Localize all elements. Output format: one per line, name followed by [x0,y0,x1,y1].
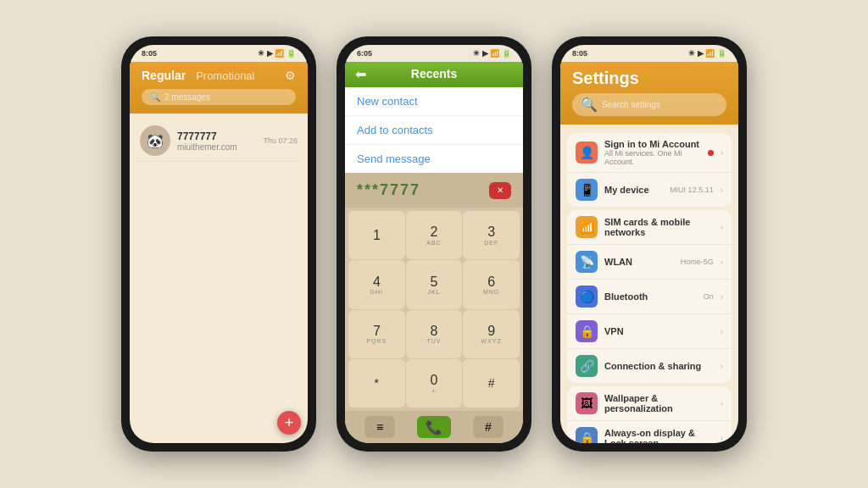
search-icon-settings: 🔍 [581,97,598,113]
time-1: 8:05 [142,49,157,58]
contacts-button[interactable]: ≡ [364,416,395,438]
compose-fab[interactable]: + [277,411,301,435]
avatar: 🐼 [140,125,170,156]
message-name: 7777777 [177,130,256,142]
chevron-icon: › [721,148,723,158]
chevron-icon: › [721,399,723,408]
always-on-text: Always-on display & Lock screen [604,428,714,443]
chevron-icon: › [721,362,723,371]
always-on-icon: 🔒 [576,427,598,443]
status-bar-3: 8:05 ✳ ▶ 📶 🔋 [560,45,738,62]
settings-item-bluetooth[interactable]: 🔵 Bluetooth On › [567,280,732,314]
connection-sharing-text: Connection & sharing [604,361,714,371]
settings-item-mi-account[interactable]: 👤 Sign in to Mi Account All Mi services.… [567,133,732,173]
action-send-message[interactable]: Send message [345,145,523,173]
wallpaper-icon: 🖼 [576,392,598,414]
settings-item-wlan[interactable]: 📡 WLAN Home-5G › [567,245,732,280]
wlan-icon: 📡 [576,251,598,273]
vpn-icon: 🔒 [576,320,598,342]
key-star[interactable]: * [348,359,405,408]
wlan-text: WLAN [604,257,674,267]
back-icon[interactable]: ⬅ [355,66,366,82]
keypad-button[interactable]: # [473,416,504,438]
messages-header: Regular Promotional ⚙ 🔍 2 messages [130,62,308,114]
sim-text: SIM cards & mobile networks [604,217,714,237]
chevron-icon: › [721,186,723,195]
phone-dialer: 6:05 ✳ ▶ 📶 🔋 ⬅ Recents New contact Add t… [337,36,531,452]
wallpaper-text: Wallpaper & personalization [604,393,714,413]
settings-item-always-on[interactable]: 🔒 Always-on display & Lock screen › [567,421,732,443]
key-9[interactable]: 9WXYZ [463,310,520,358]
search-icon: 🔍 [150,92,160,102]
messages-list: 🐼 7777777 miuithemer.com Thu 07:26 [130,114,308,443]
dialer-screen: 6:05 ✳ ▶ 📶 🔋 ⬅ Recents New contact Add t… [345,45,523,443]
bluetooth-text: Bluetooth [604,291,697,302]
recents-title: Recents [411,67,457,80]
dialer-footer: ≡ 📞 # [345,411,523,443]
phone-settings: 8:05 ✳ ▶ 📶 🔋 Settings 🔍 Search settings … [552,36,747,452]
tab-promotional[interactable]: Promotional [196,69,254,82]
settings-item-wallpaper[interactable]: 🖼 Wallpaper & personalization › [567,386,732,421]
settings-search-placeholder: Search settings [602,100,660,109]
action-new-contact[interactable]: New contact [345,87,523,116]
call-button[interactable]: 📞 [417,416,451,438]
delete-button[interactable]: ✕ [489,182,511,199]
status-icons-3: ✳ ▶ 📶 🔋 [688,49,726,58]
key-6[interactable]: 6MNO [463,260,520,308]
messages-search[interactable]: 🔍 2 messages [142,89,296,105]
my-device-icon: 📱 [576,179,598,201]
status-bar-2: 6:05 ✳ ▶ 📶 🔋 [345,45,523,62]
chevron-icon: › [721,434,723,443]
recents-header: ⬅ Recents [345,62,523,87]
key-1[interactable]: 1 [348,211,405,259]
notification-dot [708,150,714,156]
key-7[interactable]: 7PQRS [348,310,405,358]
message-sub: miuithemer.com [177,142,256,152]
status-icons-1: ✳ ▶ 📶 🔋 [258,49,296,58]
chevron-icon: › [721,292,723,302]
settings-section-display: 🖼 Wallpaper & personalization › 🔒 Always… [567,386,732,443]
keypad: 1 2ABC 3DEF 4GHI 5JKL 6MNO 7PQRS 8TUV 9W… [345,208,523,411]
key-3[interactable]: 3DEF [463,211,520,259]
bluetooth-icon: 🔵 [576,286,598,308]
gear-icon[interactable]: ⚙ [285,69,296,82]
key-0[interactable]: 0+ [406,359,463,408]
message-item[interactable]: 🐼 7777777 miuithemer.com Thu 07:26 [136,120,301,162]
connection-sharing-icon: 🔗 [576,355,598,377]
settings-screen: 8:05 ✳ ▶ 📶 🔋 Settings 🔍 Search settings … [560,45,738,443]
key-4[interactable]: 4GHI [348,260,405,308]
status-icons-2: ✳ ▶ 📶 🔋 [473,49,511,58]
chevron-icon: › [721,327,723,336]
search-placeholder: 2 messages [164,92,210,102]
dialer-display: ***7777 ✕ [345,173,523,208]
chevron-icon: › [721,223,723,232]
sim-icon: 📶 [576,216,598,238]
time-3: 8:05 [572,49,587,58]
settings-header: Settings 🔍 Search settings [560,62,738,125]
tab-regular[interactable]: Regular [142,69,186,82]
action-add-contact[interactable]: Add to contacts [345,116,523,145]
settings-section-connectivity: 📶 SIM cards & mobile networks › 📡 WLAN H… [567,210,732,383]
key-hash[interactable]: # [463,359,520,408]
dialer-number: ***7777 [357,181,420,199]
status-bar-1: 8:05 ✳ ▶ 📶 🔋 [130,45,308,62]
settings-item-vpn[interactable]: 🔒 VPN › [567,314,732,349]
settings-item-connection-sharing[interactable]: 🔗 Connection & sharing › [567,349,732,383]
settings-item-my-device[interactable]: 📱 My device MIUI 12.5.11 › [567,173,732,207]
settings-title: Settings [572,69,726,88]
my-device-text: My device [604,185,663,195]
settings-section-account: 👤 Sign in to Mi Account All Mi services.… [567,133,732,207]
settings-item-sim[interactable]: 📶 SIM cards & mobile networks › [567,210,732,245]
mi-account-text: Sign in to Mi Account All Mi services. O… [604,139,701,166]
message-content: 7777777 miuithemer.com [177,130,256,152]
settings-search[interactable]: 🔍 Search settings [572,93,726,116]
key-2[interactable]: 2ABC [406,211,463,259]
time-2: 6:05 [357,49,372,58]
key-8[interactable]: 8TUV [406,310,463,358]
message-time: Thu 07:26 [263,136,298,145]
vpn-text: VPN [604,326,714,336]
settings-list: 👤 Sign in to Mi Account All Mi services.… [560,125,738,443]
messages-tabs: Regular Promotional ⚙ [142,69,296,82]
recents-actions: New contact Add to contacts Send message [345,87,523,173]
key-5[interactable]: 5JKL [406,260,463,308]
